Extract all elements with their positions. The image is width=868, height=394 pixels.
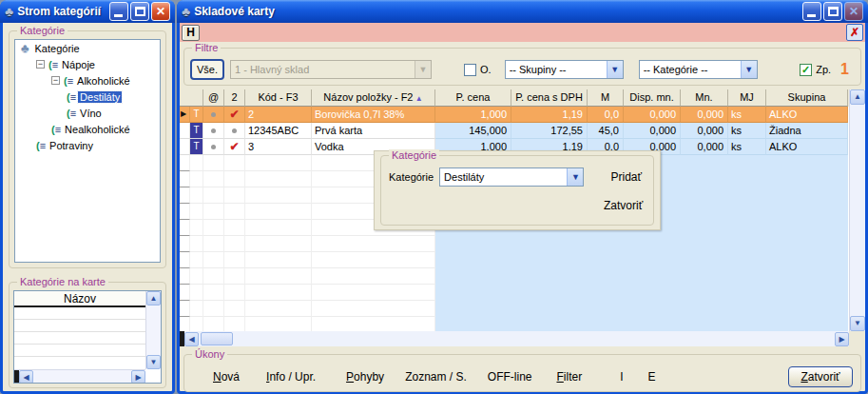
action-nov[interactable]: Nová — [213, 370, 240, 384]
t-cell — [190, 187, 203, 204]
tree-item[interactable]: (≡Potraviny — [15, 137, 160, 153]
header-disp[interactable]: Disp. mn. — [624, 89, 681, 107]
scroll-right-icon[interactable]: ▶ — [131, 370, 145, 384]
cell-mj — [728, 301, 766, 317]
tree-item-label[interactable]: Nealkoholické — [63, 124, 131, 135]
header-m[interactable]: M — [588, 89, 624, 107]
check-cell — [224, 268, 245, 285]
zatvorit-button[interactable]: Zatvoriť — [788, 366, 853, 387]
popup-category-dropdown[interactable]: Destiláty ▼ — [439, 167, 584, 187]
o-checkbox[interactable] — [464, 64, 476, 76]
zp-checkbox[interactable]: ✓ — [800, 64, 812, 76]
window-strom-kategorii: ♣ Strom kategórií ✕ Kategórie ♣Kategórie… — [0, 0, 175, 394]
tree-item-label[interactable]: Potraviny — [48, 140, 95, 151]
scroll-right-icon[interactable]: ▶ — [835, 332, 849, 346]
right-titlebar[interactable]: ♣ Skladové karty ✕ — [177, 0, 868, 23]
action-pohyby[interactable]: Pohyby — [346, 370, 384, 384]
left-titlebar[interactable]: ♣ Strom kategórií ✕ — [0, 0, 175, 23]
tree-item[interactable]: (≡Nealkoholické — [15, 121, 160, 137]
t-cell — [190, 171, 203, 187]
cell-nazov — [312, 252, 435, 268]
cell-kod — [245, 285, 312, 301]
action-off-line[interactable]: OFF-line — [488, 370, 532, 384]
add-button[interactable]: Pridať — [607, 169, 646, 185]
minimize-button[interactable] — [802, 2, 821, 21]
action-filter[interactable]: Filter — [556, 370, 582, 384]
table-vscrollbar[interactable]: ▲ ▼ — [849, 89, 865, 331]
table-row-empty — [180, 301, 865, 317]
cell-kod — [245, 204, 312, 220]
tree-item[interactable]: (≡Destiláty — [15, 89, 160, 105]
header-skupina[interactable]: Skupina — [766, 89, 848, 107]
row-marker: ▶ — [180, 107, 190, 123]
cell-skupina — [766, 268, 848, 285]
category-icon: (≡ — [67, 91, 75, 103]
maximize-button[interactable] — [823, 2, 842, 21]
card-list-vscrollbar[interactable]: ▲ ▼ — [145, 291, 161, 369]
card-list-hscrollbar[interactable]: ◀ ▶ — [14, 369, 145, 383]
scroll-up-icon[interactable]: ▲ — [850, 89, 865, 105]
collapse-icon[interactable]: − — [51, 76, 60, 85]
table-hscrollbar[interactable]: ◀ ▶ — [180, 331, 865, 346]
list-item — [14, 332, 145, 345]
cell-pdph — [511, 317, 588, 331]
t-cell — [190, 155, 203, 171]
table-header[interactable]: @2Kód - F3Názov položky - F2 ▲P. cenaP. … — [180, 89, 865, 107]
tree-item-label[interactable]: Destiláty — [78, 91, 122, 103]
zp-checkbox-label: Zp. — [816, 64, 831, 75]
row-marker — [180, 317, 190, 331]
scroll-up-icon[interactable]: ▲ — [146, 291, 161, 305]
scroll-left-icon[interactable]: ◀ — [19, 370, 33, 384]
cell-nazov — [312, 301, 435, 317]
tree-item[interactable]: −(≡Alkoholické — [15, 72, 160, 89]
action-e[interactable]: E — [648, 370, 656, 384]
tree-item-label[interactable]: Kategórie — [33, 43, 82, 54]
all-filter-button[interactable]: Vše. — [190, 59, 224, 80]
attachment-cell — [203, 107, 224, 123]
header-mj[interactable]: MJ — [728, 89, 766, 107]
action-info-upr[interactable]: Info / Upr. — [266, 370, 316, 384]
close-button[interactable]: ✕ — [151, 2, 170, 21]
check-cell — [224, 171, 245, 187]
row-marker — [180, 187, 190, 204]
tree-item[interactable]: (≡Víno — [15, 105, 160, 121]
groups-dropdown[interactable]: -- Skupiny -- ▼ — [505, 60, 624, 79]
cell-disp — [624, 285, 681, 301]
right-window-title: Skladové karty — [194, 5, 800, 18]
popup-close-button[interactable]: Zatvoriť — [600, 198, 646, 213]
categories-dropdown[interactable]: -- Kategórie -- ▼ — [639, 60, 758, 79]
hscroll-thumb[interactable] — [201, 332, 233, 345]
t-cell — [190, 285, 203, 301]
tree-item-label[interactable]: Alkoholické — [75, 75, 132, 87]
header-kod[interactable]: Kód - F3 — [245, 89, 312, 107]
header-pdph[interactable]: P. cena s DPH — [511, 89, 588, 107]
action-i[interactable]: I — [620, 370, 623, 384]
minimize-button[interactable] — [109, 2, 128, 21]
cell-disp — [624, 268, 681, 285]
h-button[interactable]: H — [182, 25, 200, 41]
scroll-down-icon[interactable]: ▼ — [146, 355, 161, 369]
categories-group-label: Kategórie — [17, 25, 68, 36]
table-row[interactable]: ▶T✔2Borovička 0,7l 38%1,0001,190,00,0000… — [180, 107, 865, 123]
attachment-icon[interactable]: @ — [203, 89, 224, 107]
tree-item-label[interactable]: Víno — [78, 108, 104, 119]
header-blank[interactable] — [180, 89, 203, 107]
header-check[interactable]: 2 — [224, 89, 245, 107]
list-item — [14, 345, 145, 357]
scroll-left-icon[interactable]: ◀ — [184, 332, 199, 346]
header-mn[interactable]: Mn. — [681, 89, 728, 107]
cell-pcena — [435, 268, 511, 285]
cell-mn — [681, 204, 728, 220]
cell-nazov — [312, 236, 435, 252]
table-row[interactable]: T12345ABCPrvá karta145,000172,5545,00,00… — [180, 123, 865, 139]
collapse-icon[interactable]: − — [36, 60, 45, 69]
tree-item-label[interactable]: Nápoje — [60, 59, 97, 70]
action-zoznam-s[interactable]: Zoznam / S. — [405, 370, 467, 384]
maximize-button[interactable] — [130, 2, 149, 21]
header-nazov[interactable]: Názov položky - F2 ▲ — [312, 89, 435, 107]
exit-icon[interactable]: ✗ — [846, 24, 863, 41]
scroll-down-icon[interactable]: ▼ — [850, 316, 865, 331]
tree-item[interactable]: ♣Kategórie — [15, 40, 160, 56]
tree-item[interactable]: −(≡Nápoje — [15, 56, 160, 72]
header-pcena[interactable]: P. cena — [435, 89, 511, 107]
